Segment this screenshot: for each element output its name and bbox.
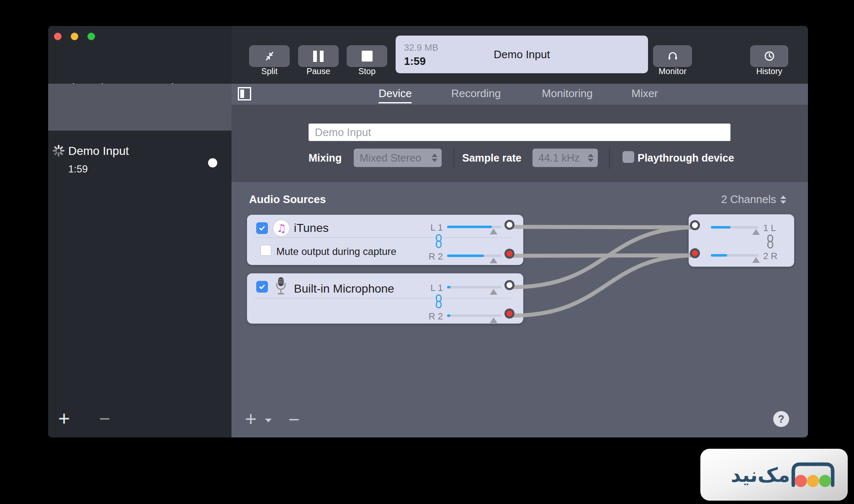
source-block-microphone: Built-in Microphone L 1 R 2 xyxy=(247,273,523,324)
svg-text:♫: ♫ xyxy=(276,222,286,234)
help-button[interactable]: ? xyxy=(773,411,789,427)
sidebar-item-name: Demo Input xyxy=(68,144,129,158)
history-button[interactable] xyxy=(750,45,788,67)
history-label: History xyxy=(750,67,788,76)
remove-source-button[interactable]: − xyxy=(288,408,300,431)
level-meter xyxy=(711,254,759,257)
wire-itunes-r xyxy=(512,255,697,256)
volume-slider-thumb[interactable] xyxy=(752,257,760,263)
audio-sources-section: Audio Sources 2 Channels xyxy=(232,182,808,437)
sidebar-item-time: 1:59 xyxy=(68,163,88,175)
output-channels-block: 1 L 2 R xyxy=(689,214,794,267)
sidebar-item-demo-input[interactable]: Demo Input 1:59 xyxy=(48,84,232,131)
tab-monitoring[interactable]: Monitoring xyxy=(542,87,592,102)
sample-rate-dropdown[interactable]: 44.1 kHz xyxy=(532,149,598,167)
source-name: iTunes xyxy=(294,221,329,235)
channel-label: L 1 xyxy=(424,222,443,233)
port-output-left[interactable] xyxy=(690,220,700,230)
sample-rate-value: 44.1 kHz xyxy=(538,152,580,164)
tab-mixer[interactable]: Mixer xyxy=(631,87,658,102)
channel-label: L 1 xyxy=(424,283,443,293)
microphone-icon xyxy=(275,277,287,297)
mixing-dropdown[interactable]: Mixed Stereo xyxy=(354,149,442,167)
wire-itunes-l xyxy=(512,227,697,227)
pause-icon xyxy=(313,51,324,62)
add-source-button[interactable]: + xyxy=(245,407,257,430)
mute-label: Mute output during capture xyxy=(276,246,396,257)
port-mic-right[interactable] xyxy=(504,309,514,319)
tab-device[interactable]: Device xyxy=(378,87,412,103)
monitor-label: Monitor xyxy=(653,67,692,76)
channels-stepper[interactable]: 2 Channels xyxy=(721,193,786,206)
sample-rate-label: Sample rate xyxy=(462,152,522,164)
mixing-value: Mixed Stereo xyxy=(360,152,421,164)
toolbar: Split Pause Stop 32.9 MB 1:59 Demo Input xyxy=(232,26,808,84)
volume-slider-thumb[interactable] xyxy=(490,317,497,323)
playthrough-checkbox[interactable] xyxy=(622,151,634,163)
clock-icon xyxy=(764,50,775,62)
port-itunes-right[interactable] xyxy=(504,249,514,259)
toggle-sidebar-icon[interactable] xyxy=(238,87,251,100)
playthrough-label: Playthrough device xyxy=(638,152,734,164)
level-meter xyxy=(447,286,502,288)
device-config-section: Mixing Mixed Stereo Sample rate 44.1 kHz… xyxy=(232,105,808,182)
port-output-right[interactable] xyxy=(690,248,700,258)
volume-slider-thumb[interactable] xyxy=(490,229,497,234)
mic-enable-checkbox[interactable] xyxy=(256,281,268,293)
link-channels-icon[interactable] xyxy=(434,234,443,248)
audio-sources-heading: Audio Sources xyxy=(249,193,326,206)
spinner-icon xyxy=(52,144,65,157)
add-device-button[interactable]: + xyxy=(58,407,70,430)
source-name: Built-in Microphone xyxy=(294,282,394,296)
stop-label: Stop xyxy=(347,67,387,76)
link-channels-icon[interactable] xyxy=(766,234,775,249)
monitor-button[interactable] xyxy=(653,45,692,67)
divider xyxy=(255,237,511,238)
recording-indicator-dot xyxy=(208,158,217,167)
volume-slider-thumb[interactable] xyxy=(490,289,497,295)
channel-label: R 2 xyxy=(424,251,443,262)
tab-recording[interactable]: Recording xyxy=(451,87,501,102)
check-icon xyxy=(258,283,266,291)
port-itunes-left[interactable] xyxy=(504,220,514,230)
recording-status-panel: 32.9 MB 1:59 Demo Input xyxy=(396,36,648,73)
split-button[interactable] xyxy=(249,45,290,67)
pause-button[interactable] xyxy=(298,45,339,67)
channel-label: R 2 xyxy=(424,311,443,322)
headphones-icon xyxy=(666,50,679,62)
level-meter xyxy=(447,226,502,228)
watermark-logo-icon xyxy=(790,461,836,489)
stop-button[interactable] xyxy=(347,45,387,67)
divider xyxy=(453,147,454,169)
volume-slider-thumb[interactable] xyxy=(752,229,760,235)
volume-slider-thumb[interactable] xyxy=(490,257,497,263)
add-source-menu-chevron[interactable] xyxy=(265,419,272,422)
level-meter xyxy=(711,226,759,229)
port-mic-left[interactable] xyxy=(504,280,514,290)
sidebar: Virtual Input Devices Demo Input xyxy=(48,26,232,437)
zoom-window-button[interactable] xyxy=(87,33,95,40)
pause-label: Pause xyxy=(298,67,339,76)
help-glyph: ? xyxy=(778,413,784,425)
link-channels-icon[interactable] xyxy=(434,294,443,309)
tab-bar: Device Recording Monitoring Mixer xyxy=(232,84,808,105)
mute-checkbox[interactable] xyxy=(260,245,271,256)
split-icon xyxy=(264,50,275,62)
mixing-label: Mixing xyxy=(309,152,342,164)
close-window-button[interactable] xyxy=(54,33,62,40)
check-icon xyxy=(258,224,266,232)
remove-device-button[interactable]: − xyxy=(99,407,111,430)
output-channel-label: 2 R xyxy=(763,251,782,262)
channels-value: 2 Channels xyxy=(721,193,776,206)
wire-mic-l xyxy=(512,227,697,287)
watermark-badge: مک‌نید xyxy=(700,449,848,501)
source-block-itunes: ♫ iTunes Mute output during capture L 1 … xyxy=(247,215,523,265)
split-label: Split xyxy=(249,67,290,76)
watermark-text: مک‌نید xyxy=(710,449,790,501)
device-name-input[interactable] xyxy=(309,123,731,141)
stepper-icon xyxy=(780,195,786,204)
stop-icon xyxy=(362,51,373,62)
itunes-enable-checkbox[interactable] xyxy=(256,222,268,234)
minimize-window-button[interactable] xyxy=(71,33,78,40)
main-area: Split Pause Stop 32.9 MB 1:59 Demo Input xyxy=(232,26,808,437)
